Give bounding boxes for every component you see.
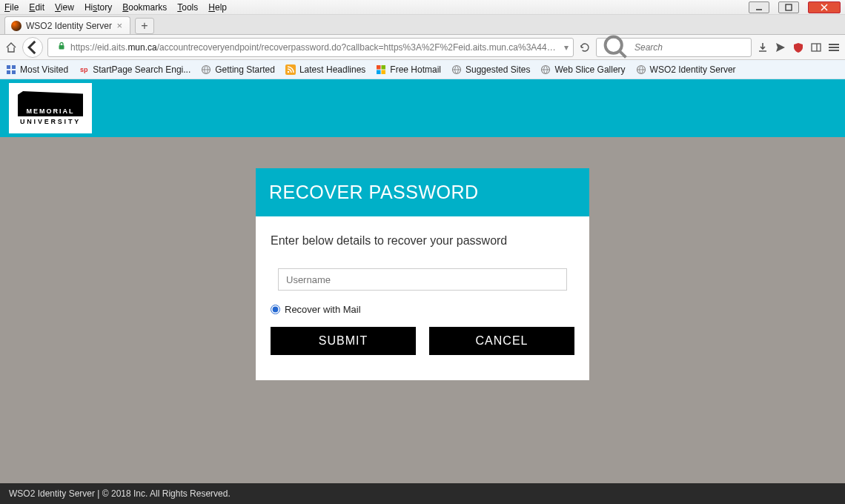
svg-rect-11 (7, 70, 10, 74)
back-button[interactable] (22, 37, 43, 58)
bookmarks-bar: Most Visited sp StartPage Search Engi...… (0, 60, 845, 79)
bookmark-free-hotmail[interactable]: Free Hotmail (376, 64, 441, 75)
grid-icon (6, 64, 16, 75)
menu-view[interactable]: View (55, 2, 74, 13)
card-title: RECOVER PASSWORD (256, 168, 589, 216)
reader-dropdown-icon[interactable]: ▾ (564, 42, 569, 53)
card-lead: Enter below details to recover your pass… (271, 234, 574, 248)
lock-icon (57, 42, 66, 53)
svg-rect-4 (59, 45, 64, 50)
globe-icon (201, 64, 211, 75)
svg-rect-7 (812, 44, 821, 51)
search-input[interactable] (634, 42, 746, 53)
search-box[interactable] (596, 38, 752, 57)
hamburger-menu-button[interactable] (827, 41, 841, 54)
page-footer: WSO2 Identity Server | © 2018 Inc. All R… (0, 483, 845, 504)
svg-rect-17 (382, 65, 386, 70)
logo-line2: UNIVERSITY (20, 118, 81, 125)
svg-rect-19 (382, 70, 386, 74)
bookmark-startpage[interactable]: sp StartPage Search Engi... (79, 64, 190, 75)
username-input[interactable] (278, 268, 567, 291)
menu-bookmarks[interactable]: Bookmarks (122, 2, 167, 13)
submit-button[interactable]: SUBMIT (271, 327, 416, 355)
menu-history[interactable]: History (84, 2, 112, 13)
bookmark-most-visited[interactable]: Most Visited (6, 64, 68, 75)
memorial-logo: MEMORIAL UNIVERSITY (9, 83, 92, 133)
tab-strip: WSO2 Identity Server × + (0, 15, 845, 35)
menu-tools[interactable]: Tools (177, 2, 198, 13)
send-button[interactable] (774, 41, 787, 54)
svg-rect-9 (7, 65, 10, 69)
menu-file[interactable]: File (4, 2, 19, 13)
bookmark-wso2[interactable]: WSO2 Identity Server (636, 64, 736, 75)
recover-mail-radio[interactable] (271, 305, 280, 314)
sidebar-button[interactable] (809, 41, 823, 54)
logo-line1: MEMORIAL (27, 107, 75, 116)
svg-line-6 (620, 51, 626, 57)
bookmark-web-slice[interactable]: Web Slice Gallery (540, 64, 625, 75)
bookmark-getting-started[interactable]: Getting Started (201, 64, 275, 75)
cancel-button[interactable]: CANCEL (429, 327, 574, 355)
svg-rect-1 (786, 4, 792, 10)
tab-favicon-icon (11, 21, 21, 31)
recover-mail-option[interactable]: Recover with Mail (271, 304, 574, 315)
recover-mail-label: Recover with Mail (285, 304, 361, 315)
microsoft-icon (376, 64, 386, 75)
recover-card: RECOVER PASSWORD Enter below details to … (256, 168, 589, 380)
nav-toolbar: https://eid.aits.mun.ca/accountrecoverye… (0, 35, 845, 60)
rss-icon (285, 64, 296, 75)
globe-icon (636, 64, 646, 75)
svg-rect-16 (377, 65, 381, 70)
sp-icon: sp (79, 64, 89, 75)
globe-icon (540, 64, 551, 75)
tab-title: WSO2 Identity Server (26, 21, 112, 31)
menu-edit[interactable]: Edit (29, 2, 44, 13)
svg-rect-12 (12, 70, 16, 74)
window-close-button[interactable] (808, 1, 841, 13)
reload-button[interactable] (578, 41, 592, 54)
brand-header: MEMORIAL UNIVERSITY (0, 79, 845, 137)
browser-tab[interactable]: WSO2 Identity Server × (4, 16, 130, 34)
svg-point-5 (606, 37, 622, 53)
new-tab-button[interactable]: + (135, 18, 154, 34)
ublock-icon[interactable] (792, 41, 805, 54)
menu-bar: File Edit View History Bookmarks Tools H… (0, 0, 845, 15)
menu-help[interactable]: Help (208, 2, 227, 13)
tab-close-icon[interactable]: × (116, 20, 122, 31)
bookmark-suggested-sites[interactable]: Suggested Sites (451, 64, 530, 75)
search-icon (601, 33, 630, 62)
svg-rect-18 (377, 70, 381, 74)
footer-text: WSO2 Identity Server | © 2018 Inc. All R… (9, 488, 231, 499)
svg-point-15 (288, 70, 290, 73)
home-button[interactable] (4, 41, 18, 54)
svg-rect-10 (12, 65, 16, 69)
url-text: https://eid.aits.mun.ca/accountrecoverye… (70, 42, 560, 53)
page-body: MEMORIAL UNIVERSITY RECOVER PASSWORD Ent… (0, 79, 845, 483)
globe-icon (451, 64, 462, 75)
bookmark-latest-headlines[interactable]: Latest Headlines (285, 64, 365, 75)
address-bar[interactable]: https://eid.aits.mun.ca/accountrecoverye… (47, 38, 574, 57)
window-maximize-button[interactable] (778, 1, 799, 13)
downloads-button[interactable] (756, 41, 769, 54)
window-minimize-button[interactable] (749, 1, 769, 13)
